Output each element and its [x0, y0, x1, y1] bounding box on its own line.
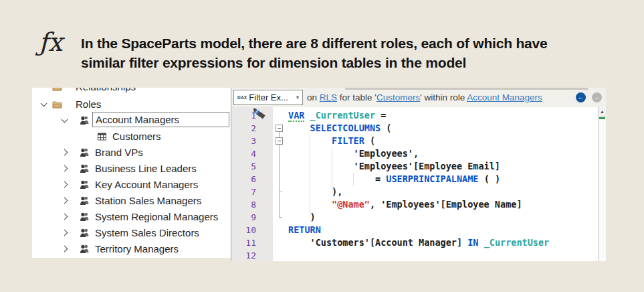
tree-item-station-sales-managers[interactable]: Station Sales Managers	[32, 193, 231, 209]
navigate-back-button[interactable]: ←	[576, 92, 586, 102]
code-token-kw: IN	[467, 237, 478, 248]
dax-badge: DAX	[237, 95, 247, 100]
tree-item-roles[interactable]: Roles	[32, 96, 231, 113]
role-icon	[80, 196, 89, 208]
fold-region-end	[279, 217, 282, 218]
line-number: 8	[231, 198, 256, 211]
fold-collapse-toggle[interactable]	[276, 137, 283, 145]
code-line-7: ),	[288, 186, 342, 198]
code-token-var: _CurrentUser	[484, 237, 550, 248]
scroll-up-icon[interactable]: ▲	[599, 107, 606, 117]
code-token: (	[381, 123, 391, 133]
line-number: 10	[231, 224, 256, 236]
expression-selector-label: Filter Ex...	[249, 92, 295, 102]
tree-item-business-line-leaders[interactable]: Business Line Leaders	[32, 161, 231, 177]
chevron-right-icon[interactable]	[62, 198, 68, 204]
vertical-scrollbar[interactable]: ▲	[598, 107, 606, 261]
code-token: ( )	[479, 173, 501, 184]
tree-item-label: Relationships	[76, 88, 136, 92]
code-token-kw: RETURN	[288, 224, 321, 235]
chevron-down-icon[interactable]	[41, 100, 47, 107]
code-token: 'Customers'[Account Manager]	[288, 237, 467, 248]
expression-selector-dropdown[interactable]: DAX Filter Ex... ▾	[233, 90, 303, 105]
tree-item-system-sales-directors[interactable]: System Sales Directors	[32, 225, 231, 241]
role-icon	[80, 244, 89, 256]
chevron-right-icon[interactable]	[62, 181, 68, 188]
context-link-rls[interactable]: RLS	[320, 92, 337, 102]
fold-region-end	[279, 192, 282, 192]
scroll-position-marker	[599, 117, 605, 119]
chevron-right-icon[interactable]	[62, 230, 68, 236]
chevron-down-icon: ▾	[296, 94, 299, 100]
code-token	[375, 110, 381, 121]
tree-item-key-account-managers[interactable]: Key Account Managers	[32, 177, 231, 193]
fold-region-line	[279, 145, 280, 192]
line-number: 1	[231, 109, 256, 122]
line-number: 7	[231, 186, 256, 198]
tree-item-label: System Regional Managers	[95, 211, 218, 222]
table-icon	[98, 131, 106, 143]
code-token: )	[288, 212, 316, 222]
code-token	[288, 123, 310, 133]
fx-function-icon: ƒx	[39, 29, 63, 55]
chevron-right-icon[interactable]	[62, 165, 68, 172]
chevron-right-icon[interactable]	[62, 246, 68, 252]
line-number: 5	[231, 160, 256, 173]
line-number: 3	[231, 135, 256, 147]
context-text: on	[307, 92, 320, 102]
code-token-kw: VAR	[288, 110, 304, 122]
folder-icon	[52, 88, 62, 94]
fold-collapse-toggle[interactable]	[276, 125, 283, 132]
tree-item-label: Roles	[76, 98, 101, 110]
page-title: In the SpaceParts model, there are 8 dif…	[81, 33, 629, 72]
code-line-10: RETURN	[288, 224, 321, 236]
code-token: , 'Employees'[Employee Name]	[370, 199, 522, 210]
code-line-1: VAR _CurrentUser =	[288, 109, 386, 122]
page-title-line2: similar filter expressions for dimension…	[81, 53, 629, 72]
context-text: ' within role	[420, 92, 467, 102]
tree-item-label: Territory Managers	[95, 243, 179, 254]
selected-item-edit-box[interactable]: Account Managers	[92, 112, 229, 127]
model-tree-panel: RelationshipsRolesAccount ManagersCustom…	[32, 88, 231, 258]
chevron-right-icon[interactable]	[62, 214, 68, 220]
role-icon	[80, 212, 89, 224]
page-title-line1: In the SpaceParts model, there are 8 dif…	[81, 33, 629, 53]
code-token-kw: FILTER	[332, 135, 364, 146]
tree-item-relationships[interactable]: Relationships	[32, 88, 231, 95]
chevron-down-icon[interactable]	[62, 117, 68, 123]
tree-item-label: Brand VPs	[95, 147, 143, 158]
tree-item-territory-managers[interactable]: Territory Managers	[32, 241, 231, 257]
tree-item-customers[interactable]: Customers	[32, 129, 231, 145]
code-token-str: "@Name"	[332, 199, 370, 210]
code-token	[304, 110, 310, 121]
code-line-3: FILTER (	[288, 135, 375, 147]
tree-item-label: Customers	[112, 131, 161, 142]
code-token	[478, 237, 484, 248]
dax-expression-editor-panel: DAX Filter Ex... ▾ on RLS for table 'Cus…	[231, 88, 606, 261]
role-icon	[80, 147, 89, 159]
code-line-5: 'Employees'[Employee Email]	[288, 160, 500, 173]
line-number: 12	[231, 249, 256, 261]
tree-item-system-regional-managers[interactable]: System Regional Managers	[32, 209, 231, 225]
line-number: 2	[231, 122, 256, 135]
role-icon	[80, 163, 89, 175]
tree-item-brand-vps[interactable]: Brand VPs	[32, 145, 231, 161]
dax-code-editor[interactable]: ▲ 1VAR _CurrentUser =2 SELECTCOLUMNS (3 …	[231, 107, 606, 261]
tree-item-label: Business Line Leaders	[95, 163, 197, 174]
line-number: 9	[231, 211, 256, 224]
tree-item-account-managers[interactable]: Account Managers	[32, 113, 231, 129]
navigate-forward-button[interactable]: →	[592, 92, 602, 102]
line-number: 4	[231, 147, 256, 160]
context-link-account-managers[interactable]: Account Managers	[467, 92, 542, 102]
code-token: ),	[288, 186, 342, 197]
tree-item-label: Key Account Managers	[95, 179, 198, 190]
code-line-2: SELECTCOLUMNS (	[288, 122, 391, 135]
expression-toolbar: DAX Filter Ex... ▾ on RLS for table 'Cus…	[231, 88, 606, 107]
folder-icon	[52, 99, 62, 111]
indent-guide	[332, 147, 332, 192]
role-icon	[80, 115, 89, 127]
context-link-customers[interactable]: Customers	[377, 92, 420, 102]
code-token-kw: USERPRINCIPALNAME	[386, 173, 478, 184]
code-token-op: =	[375, 173, 381, 184]
chevron-right-icon[interactable]	[62, 149, 68, 156]
